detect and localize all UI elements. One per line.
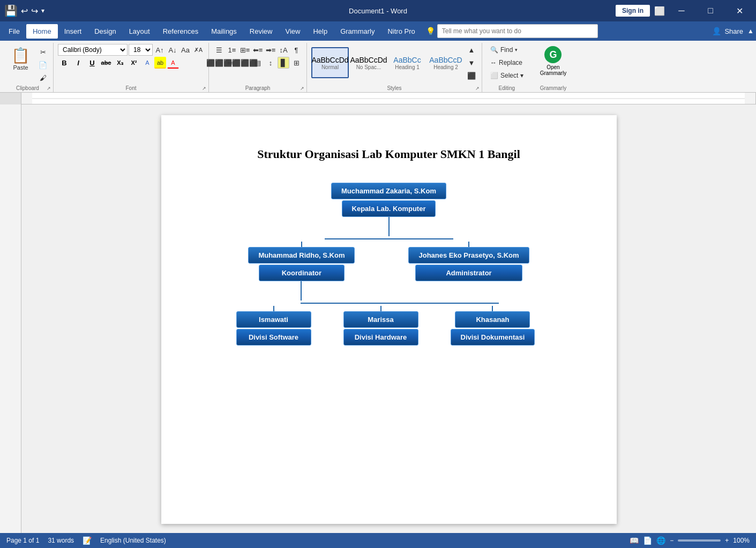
styles-expand-icon[interactable]: ↗ xyxy=(475,86,480,91)
level1-left-name[interactable]: Muhammad Ridho, S.Kom xyxy=(248,247,355,264)
show-marks-button[interactable]: ¶ xyxy=(290,44,302,56)
style-heading2-text: AaBbCcD xyxy=(429,56,462,64)
style-heading2[interactable]: AaBbCcD Heading 2 xyxy=(427,47,465,78)
increase-font-button[interactable]: A↑ xyxy=(154,44,166,56)
level1-h-connector xyxy=(282,236,496,242)
find-button[interactable]: 🔍 Find ▾ xyxy=(486,44,527,56)
share-label[interactable]: Share xyxy=(724,27,743,35)
select-button[interactable]: ⬜ Select ▾ xyxy=(486,70,527,81)
menu-layout[interactable]: Layout xyxy=(123,24,156,39)
grammarly-button[interactable]: G Open Grammarly xyxy=(536,44,571,78)
ribbon-font-group: Calibri (Body) 18 A↑ A↓ Aa ✗A B I U abc … xyxy=(54,43,209,92)
change-case-button[interactable]: Aa xyxy=(179,44,191,56)
font-family-select[interactable]: Calibri (Body) xyxy=(58,44,128,56)
paragraph-expand-icon[interactable]: ↗ xyxy=(300,86,304,91)
increase-indent-button[interactable]: ➡≡ xyxy=(265,44,276,56)
font-size-select[interactable]: 18 xyxy=(129,44,153,56)
style-normal-text: AaBbCcDd xyxy=(311,56,348,64)
style-nospace-label: No Spac... xyxy=(356,64,381,70)
status-bar: Page 1 of 1 31 words 📝 English (United S… xyxy=(0,533,756,535)
align-left-button[interactable]: ⬛⬛⬛ xyxy=(213,57,225,69)
superscript-button[interactable]: X² xyxy=(128,57,140,69)
level2-2-down-connector xyxy=(492,306,493,311)
menu-mailings[interactable]: Mailings xyxy=(205,24,243,39)
level2-2-name[interactable]: Khasanah xyxy=(455,311,530,328)
styles-scroll-down[interactable]: ▼ xyxy=(466,57,477,69)
level2-0-name[interactable]: Ismawati xyxy=(236,311,311,328)
bold-button[interactable]: B xyxy=(58,57,71,69)
clipboard-label: Clipboard xyxy=(2,85,53,91)
level2-0-role[interactable]: Divisi Software xyxy=(236,329,311,346)
title-bar: 💾 ↩ ↪ ▾ Document1 - Word Sign in ⬜ ─ □ ✕ xyxy=(0,0,756,21)
menu-review[interactable]: Review xyxy=(243,24,279,39)
underline-button[interactable]: U xyxy=(86,57,99,69)
find-label: Find xyxy=(500,46,513,54)
menu-insert[interactable]: Insert xyxy=(58,24,88,39)
root-role-box[interactable]: Kepala Lab. Komputer xyxy=(342,200,436,217)
decrease-font-button[interactable]: A↓ xyxy=(167,44,178,56)
style-nospace[interactable]: AaBbCcDd No Spac... xyxy=(350,47,387,78)
minimize-button[interactable]: ─ xyxy=(669,0,694,21)
find-dropdown-icon: ▾ xyxy=(515,47,518,52)
cut-button[interactable]: ✂ xyxy=(37,46,49,58)
clear-format-button[interactable]: ✗A xyxy=(192,44,204,56)
styles-scroll-up[interactable]: ▲ xyxy=(466,44,477,56)
menu-home[interactable]: Home xyxy=(26,24,58,39)
maximize-button[interactable]: □ xyxy=(698,0,723,21)
italic-button[interactable]: I xyxy=(72,57,85,69)
sign-in-button[interactable]: Sign in xyxy=(616,5,650,17)
root-down-connector xyxy=(388,217,390,236)
font-color-button[interactable]: A xyxy=(167,57,179,69)
ribbon-collapse-icon[interactable]: ▲ xyxy=(747,27,754,35)
document-area: Struktur Organisasi Lab Komputer SMKN 1 … xyxy=(0,104,756,535)
level1-right-name[interactable]: Johanes Eko Prasetyo, S.Kom xyxy=(408,247,529,264)
style-heading1[interactable]: AaBbCc Heading 1 xyxy=(388,47,426,78)
align-right-button[interactable]: ⬛⬛⬛ xyxy=(239,57,251,69)
redo-icon[interactable]: ↪ xyxy=(31,6,38,16)
level2-1-role[interactable]: Divisi Hardware xyxy=(343,329,418,346)
menu-file[interactable]: File xyxy=(2,24,26,39)
level1-left-node: Muhammad Ridho, S.Kom Koordinator xyxy=(248,247,355,281)
format-painter-button[interactable]: 🖌 xyxy=(37,72,49,84)
copy-button[interactable]: 📄 xyxy=(37,59,49,71)
numbering-button[interactable]: 1≡ xyxy=(226,44,238,56)
menu-help[interactable]: Help xyxy=(306,24,334,39)
menu-references[interactable]: References xyxy=(156,24,205,39)
styles-expand[interactable]: ⬛ xyxy=(466,70,477,81)
menu-grammarly[interactable]: Grammarly xyxy=(334,24,381,39)
level1-right-role[interactable]: Administrator xyxy=(415,265,522,281)
clipboard-expand-icon[interactable]: ↗ xyxy=(47,86,51,91)
justify-button[interactable]: ▤ xyxy=(252,57,264,69)
level1-left-role[interactable]: Koordinator xyxy=(259,265,345,281)
menu-design[interactable]: Design xyxy=(88,24,122,39)
text-effects-button[interactable]: A xyxy=(141,57,153,69)
borders-button[interactable]: ⊞ xyxy=(290,57,302,69)
tell-me-icon: 💡 xyxy=(426,27,435,35)
font-expand-icon[interactable]: ↗ xyxy=(202,86,206,91)
style-normal[interactable]: AaBbCcDd Normal xyxy=(311,47,349,78)
ribbon-paragraph-group: ☰ 1≡ ⊞≡ ⬅≡ ➡≡ ↕A ¶ ⬛⬛⬛ ≡≡≡ ⬛⬛⬛ ▤ ↕ ▊ ⊞ xyxy=(209,43,307,92)
ribbon-styles-group: AaBbCcDd Normal AaBbCcDd No Spac... AaBb… xyxy=(307,43,482,92)
text-highlight-button[interactable]: ab xyxy=(154,57,166,69)
close-button[interactable]: ✕ xyxy=(727,0,752,21)
decrease-indent-button[interactable]: ⬅≡ xyxy=(252,44,264,56)
shading-button[interactable]: ▊ xyxy=(278,57,289,69)
tell-me-input[interactable] xyxy=(437,24,598,38)
level2-1-name[interactable]: Marissa xyxy=(343,311,418,328)
restore-ribbon-icon[interactable]: ⬜ xyxy=(654,6,665,16)
subscript-button[interactable]: X₂ xyxy=(114,57,126,69)
replace-button[interactable]: ↔ Replace xyxy=(486,57,527,69)
menu-view[interactable]: View xyxy=(279,24,306,39)
bullets-button[interactable]: ☰ xyxy=(213,44,225,56)
paste-button[interactable]: 📋 Paste xyxy=(6,44,35,73)
multilevel-button[interactable]: ⊞≡ xyxy=(239,44,251,56)
menu-nitropro[interactable]: Nitro Pro xyxy=(381,24,421,39)
sort-button[interactable]: ↕A xyxy=(278,44,289,56)
level2-2-role[interactable]: Divisi Dokumentasi xyxy=(451,329,535,346)
style-heading1-text: AaBbCc xyxy=(393,56,421,64)
line-spacing-button[interactable]: ↕ xyxy=(265,57,276,69)
quick-access-icon[interactable]: ▾ xyxy=(41,7,44,14)
root-name-box[interactable]: Muchammad Zakaria, S.Kom xyxy=(331,183,446,199)
undo-icon[interactable]: ↩ xyxy=(21,6,28,16)
strikethrough-button[interactable]: abc xyxy=(100,57,113,69)
